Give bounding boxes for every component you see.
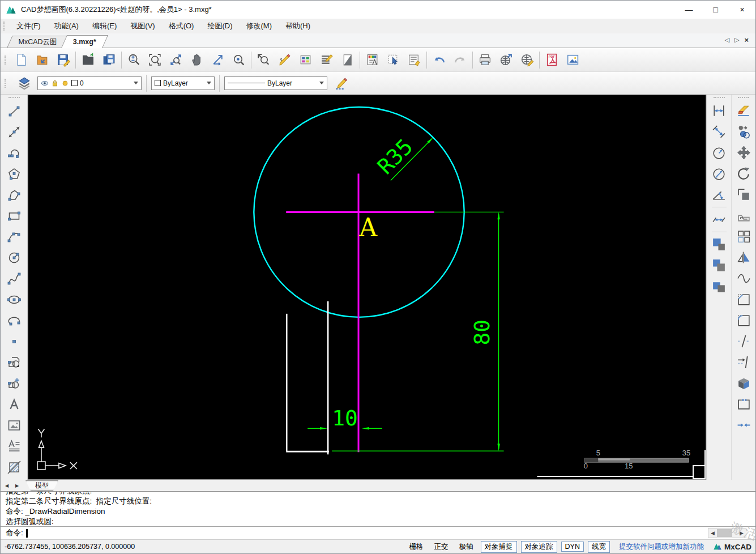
tool-move[interactable]: [734, 143, 753, 162]
tool-arc[interactable]: [5, 227, 24, 246]
open-button[interactable]: [32, 50, 53, 70]
tab-drawing[interactable]: 3.mxg*: [61, 35, 108, 48]
tool-dim-quick[interactable]: [710, 256, 729, 275]
tool-spline[interactable]: [5, 269, 24, 288]
close-button[interactable]: ×: [729, 1, 755, 19]
draw-edit-button[interactable]: [274, 50, 295, 70]
layer-select[interactable]: 0: [37, 76, 142, 90]
tool-join[interactable]: [734, 416, 753, 434]
zoom-extents-button[interactable]: [165, 50, 186, 70]
tool-dim-aligned[interactable]: [710, 122, 729, 141]
tab-model[interactable]: 模型: [25, 480, 58, 491]
linetype-manager-button[interactable]: [316, 50, 337, 70]
tool-block-create[interactable]: [5, 374, 24, 393]
tool-ellipse-arc[interactable]: [5, 311, 24, 330]
layers-button[interactable]: [14, 73, 35, 93]
scrollbar-thumb[interactable]: [717, 529, 732, 537]
maximize-button[interactable]: □: [702, 1, 729, 19]
command-history[interactable]: 指定第一条尺寸界线原点: 指定第二条尺寸界线原点: 指定尺寸线位置: 命令: _…: [1, 491, 755, 526]
tool-hatch[interactable]: [5, 458, 24, 476]
color-palette-button[interactable]: [295, 50, 316, 70]
drawing-canvas[interactable]: A R35 80: [28, 95, 706, 480]
menu-help[interactable]: 帮助(H): [279, 19, 317, 33]
minimize-button[interactable]: —: [676, 1, 702, 19]
tool-dim-radius[interactable]: [710, 143, 729, 162]
select-button[interactable]: [383, 50, 404, 70]
redo-button[interactable]: [450, 50, 471, 70]
layout-prev-button[interactable]: ◀: [2, 481, 11, 490]
toggle-polar[interactable]: 极轴: [456, 541, 477, 553]
properties-brush-button[interactable]: [404, 50, 425, 70]
insert-image-button[interactable]: [562, 50, 583, 70]
scroll-right-icon[interactable]: ▶: [737, 530, 746, 536]
tool-break[interactable]: [734, 395, 753, 414]
tool-polyline[interactable]: [5, 185, 24, 204]
draw-order-button[interactable]: [330, 73, 351, 93]
fill-mode-button[interactable]: [337, 50, 358, 70]
tab-mxcad-cloud[interactable]: MxCAD云图: [7, 36, 69, 48]
tool-ellipse[interactable]: [5, 290, 24, 309]
tool-dim-baseline[interactable]: [710, 235, 729, 254]
zoom-scale-button[interactable]: [207, 50, 228, 70]
tool-dim-diameter[interactable]: [710, 164, 729, 183]
toggle-dyn[interactable]: DYN: [561, 542, 584, 552]
export-pdf-button[interactable]: PDF: [541, 50, 562, 70]
tool-trim[interactable]: [734, 332, 753, 351]
tool-dim-style[interactable]: [710, 277, 729, 296]
tool-explode[interactable]: [734, 374, 753, 393]
tool-extend[interactable]: [734, 353, 753, 372]
publish-web-button[interactable]: [496, 50, 516, 70]
tool-mtext[interactable]: [5, 437, 24, 455]
tool-dim-continue[interactable]: [710, 210, 729, 229]
toggle-lineweight[interactable]: 线宽: [588, 541, 610, 553]
command-scrollbar[interactable]: ◀ ▶: [708, 528, 746, 538]
tool-construction-line[interactable]: [5, 122, 24, 141]
tool-mirror[interactable]: [734, 248, 753, 267]
tool-rectangle[interactable]: [5, 206, 24, 225]
zoom-dynamic-button[interactable]: [123, 50, 144, 70]
entity-slot-outline[interactable]: [286, 301, 329, 454]
tool-chamfer[interactable]: [734, 290, 753, 309]
tool-spline-edit[interactable]: [734, 269, 753, 288]
linetype-select[interactable]: ByLayer: [224, 76, 327, 90]
toggle-ortho[interactable]: 正交: [431, 541, 452, 553]
menu-modify[interactable]: 修改(M): [239, 19, 279, 33]
tool-fillet[interactable]: [734, 311, 753, 330]
tab-close-button[interactable]: ×: [744, 36, 749, 44]
menu-file[interactable]: 文件(F): [10, 19, 48, 33]
tool-line[interactable]: [5, 101, 24, 120]
tool-image[interactable]: [5, 416, 24, 434]
menu-edit[interactable]: 编辑(E): [86, 19, 123, 33]
tool-circle[interactable]: [5, 248, 24, 267]
print-button[interactable]: [475, 50, 496, 70]
tool-stretch[interactable]: [734, 185, 753, 204]
zoom-window-button[interactable]: [144, 50, 165, 70]
web-edit-button[interactable]: [516, 50, 537, 70]
menu-view[interactable]: 视图(V): [123, 19, 161, 33]
zoom-center-button[interactable]: [228, 50, 249, 70]
entity-radius-dimension[interactable]: R35: [373, 134, 433, 181]
menu-draw[interactable]: 绘图(D): [200, 19, 239, 33]
toggle-grid[interactable]: 栅格: [406, 541, 427, 553]
color-select[interactable]: ByLayer: [151, 76, 215, 90]
tool-rotate[interactable]: [734, 164, 753, 183]
tool-offset[interactable]: [734, 206, 753, 225]
undo-button[interactable]: [429, 50, 450, 70]
menu-format[interactable]: 格式(O): [162, 19, 201, 33]
tool-array[interactable]: [734, 227, 753, 246]
save-button[interactable]: [53, 50, 74, 70]
tool-copy[interactable]: [734, 122, 753, 141]
menu-function[interactable]: 功能(A): [48, 19, 86, 33]
layer-manager-button[interactable]: [362, 50, 383, 70]
tool-dim-linear[interactable]: [710, 101, 729, 120]
tool-erase[interactable]: [734, 101, 753, 120]
tool-polygon[interactable]: [5, 164, 24, 183]
scroll-left-icon[interactable]: ◀: [708, 530, 717, 536]
command-input[interactable]: 命令: ◀ ▶: [1, 526, 755, 539]
feedback-link[interactable]: 提交软件问题或增加新功能: [619, 542, 704, 552]
tool-dim-angular[interactable]: [710, 185, 729, 204]
zoom-previous-button[interactable]: [253, 50, 274, 70]
entity-point-label[interactable]: A: [358, 213, 378, 242]
layout-next-button[interactable]: ▶: [12, 481, 22, 490]
entity-width-dimension[interactable]: 10: [307, 406, 382, 431]
